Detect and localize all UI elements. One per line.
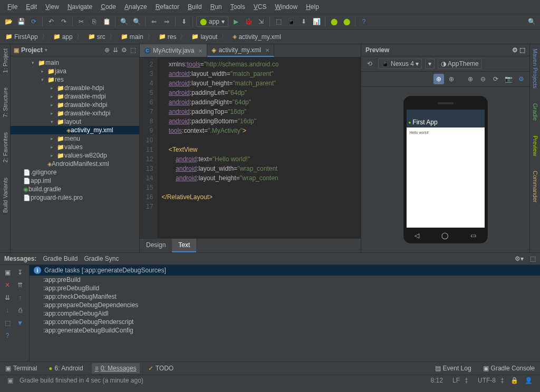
autoscroll-icon[interactable]: ⬚ [2, 318, 13, 328]
run-config-selector[interactable]: ⬤ app ▾ [196, 16, 228, 27]
gear-icon[interactable]: ⚙ ⬚ [512, 46, 525, 54]
forward-icon[interactable]: ⇒ [161, 16, 172, 27]
crumb[interactable]: ◈activity_my.xml [230, 32, 286, 42]
gear-icon[interactable]: ⚙ [121, 46, 127, 54]
editor-body[interactable]: 234567891011121314151617 xmlns:tools="ht… [140, 57, 361, 238]
paste-icon[interactable]: 📋 [101, 16, 112, 27]
sync-icon[interactable]: ⟳ [28, 16, 39, 27]
collapse-icon[interactable]: ⇊ [113, 46, 118, 54]
tree-node[interactable]: ▾📁 res [11, 75, 139, 84]
redo-icon[interactable]: ↷ [59, 16, 69, 27]
crumb[interactable]: 📁src [86, 31, 118, 42]
toggle-icon[interactable]: ▣ [7, 377, 13, 384]
crumb[interactable]: 📁main [119, 31, 156, 42]
message-line[interactable]: :app:preDebugBuild [30, 284, 540, 292]
tree-node[interactable]: 📄 app.iml [11, 177, 139, 185]
stop-icon[interactable]: ▣ [2, 267, 13, 278]
device-selector[interactable]: 📱 Nexus 4 ▾ [378, 58, 422, 69]
rail----structure[interactable]: 7: Structure [1, 85, 9, 120]
tree-node[interactable]: ▸📁 menu [11, 134, 139, 143]
toolwin-event-log[interactable]: ▤Event Log [432, 363, 475, 374]
encoding[interactable]: UTF-8 ‡ [475, 377, 504, 384]
settings-icon[interactable]: ⚙ [516, 74, 526, 84]
save-icon[interactable]: 💾 [16, 16, 26, 27]
find-icon[interactable]: 🔍 [119, 16, 129, 27]
rail----favorites[interactable]: 2: Favorites [1, 130, 9, 164]
menu-window[interactable]: Window [271, 1, 302, 13]
message-line[interactable]: :app:preBuild [30, 276, 540, 284]
sdk-icon[interactable]: ⬇ [298, 16, 309, 27]
android-small-icon[interactable]: ⬤ [329, 16, 339, 27]
debug-icon[interactable]: 🐞 [243, 16, 254, 27]
tree-node[interactable]: 📄 proguard-rules.pro [11, 193, 139, 202]
text-tab[interactable]: Text [172, 239, 196, 252]
hide-icon[interactable]: ⬚ [130, 46, 136, 54]
tree-node[interactable]: ▸📁 values [11, 143, 139, 151]
tab-gradle-build[interactable]: Gradle Build [43, 255, 78, 262]
close-icon[interactable]: ✕ [265, 47, 269, 53]
cursor-position[interactable]: 8:12 [431, 377, 443, 384]
zoom-in-icon[interactable]: ⊕ [465, 74, 476, 84]
open-icon[interactable]: 📂 [3, 16, 14, 27]
close-icon[interactable]: ✕ [198, 48, 202, 54]
message-line[interactable]: :app:compileDebugAidl [30, 309, 540, 318]
target-icon[interactable]: ⊕ [104, 46, 110, 54]
back-icon[interactable]: ⇐ [149, 16, 159, 27]
message-line[interactable]: :app:checkDebugManifest [30, 292, 540, 301]
avd-icon[interactable]: 📱 [286, 16, 296, 27]
rail-preview[interactable]: Preview [531, 133, 539, 158]
theme-selector[interactable]: ◑ AppTheme [438, 58, 482, 69]
tree-node[interactable]: ▸📁 drawable-xxhdpi [11, 109, 139, 117]
tree-node[interactable]: ▸📁 drawable-hdpi [11, 84, 139, 92]
undo-icon[interactable]: ↶ [46, 16, 56, 27]
menu-tools[interactable]: Tools [226, 1, 249, 13]
make-icon[interactable]: ⬇ [179, 16, 189, 27]
tree-node[interactable]: ◈ activity_my.xml [11, 126, 139, 134]
code-area[interactable]: xmlns:tools="http://schemas.android.co a… [157, 57, 361, 238]
cut-icon[interactable]: ✂ [76, 16, 86, 27]
export-icon[interactable]: ⎙ [15, 305, 25, 316]
copy-icon[interactable]: ⎘ [89, 16, 99, 27]
menu-vcs[interactable]: VCS [249, 1, 271, 13]
toolwin-gradle-console[interactable]: ▣Gradle Console [480, 363, 538, 374]
message-line[interactable]: :app:compileDebugRenderscript [30, 318, 540, 326]
close-icon[interactable]: ✕ [2, 280, 13, 290]
tree-node[interactable]: ◈ AndroidManifest.xml [11, 160, 139, 168]
tree-node[interactable]: ▸📁 drawable-mdpi [11, 92, 139, 101]
hector-icon[interactable]: 👤 [525, 377, 533, 384]
menu-refactor[interactable]: Refactor [151, 1, 184, 13]
rail----project[interactable]: 1: Project [1, 46, 9, 75]
rail-gradle[interactable]: Gradle [531, 101, 539, 123]
stop-icon[interactable]: ⬚ [273, 16, 284, 27]
toolwin----android[interactable]: ●6: Android [45, 363, 86, 374]
attach-debugger-icon[interactable]: ⇲ [256, 16, 266, 27]
toolwin-todo[interactable]: ✓TODO [145, 363, 177, 374]
pin-icon[interactable]: ↧ [15, 267, 25, 278]
help-icon[interactable]: ? [2, 330, 13, 341]
menu-edit[interactable]: Edit [22, 1, 41, 13]
tree-node[interactable]: ▸📁 drawable-xhdpi [11, 101, 139, 109]
run-icon[interactable]: ▶ [230, 16, 241, 27]
design-tab[interactable]: Design [140, 239, 172, 252]
zoom-fit-icon[interactable]: ⊕ [433, 74, 444, 84]
toolwin-terminal[interactable]: ▣Terminal [2, 363, 40, 374]
menu-build[interactable]: Build [184, 1, 206, 13]
line-ending[interactable]: LF ‡ [449, 377, 468, 384]
tree-node[interactable]: ◉ build.gradle [11, 185, 139, 193]
menu-analyze[interactable]: Analyze [120, 1, 151, 13]
menu-view[interactable]: View [41, 1, 63, 13]
crumb[interactable]: 📁FirstApp [3, 31, 50, 42]
expand-icon[interactable]: ⇈ [15, 280, 25, 290]
tree-node[interactable]: 📄 .gitignore [11, 168, 139, 177]
zoom-out-icon[interactable]: ⊖ [478, 74, 488, 84]
menu-run[interactable]: Run [206, 1, 226, 13]
down-icon[interactable]: ↓ [2, 305, 13, 316]
tab-gradle-sync[interactable]: Gradle Sync [84, 255, 119, 262]
tree-node[interactable]: ▾📁 main [11, 58, 139, 67]
refresh-icon[interactable]: ⟳ [490, 74, 501, 84]
editor-tab[interactable]: ◈activity_my.xml✕ [207, 44, 274, 57]
zoom-actual-icon[interactable]: ⊕ [446, 74, 457, 84]
toolwin----messages[interactable]: ≡0: Messages [92, 363, 140, 374]
message-line[interactable]: :app:generateDebugBuildConfig [30, 326, 540, 335]
messages-content[interactable]: i Gradle tasks [:app:generateDebugSource… [30, 265, 540, 361]
